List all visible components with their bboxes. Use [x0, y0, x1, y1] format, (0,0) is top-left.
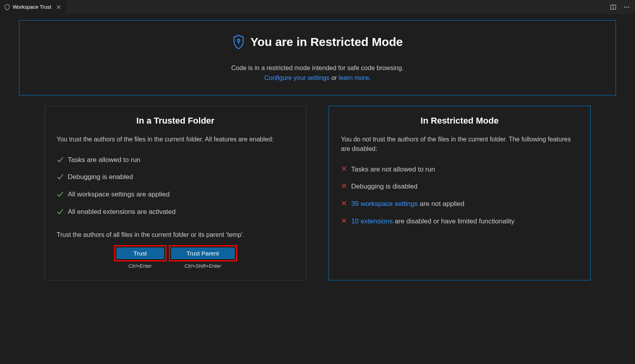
list-item: Debugging is enabled: [57, 168, 294, 186]
cross-icon: [341, 200, 347, 206]
list-item: Debugging is disabled: [341, 178, 578, 195]
close-icon[interactable]: [55, 4, 62, 11]
cross-icon: [341, 217, 347, 224]
check-icon: [57, 191, 64, 198]
svg-point-4: [624, 6, 625, 8]
trusted-card-title: In a Trusted Folder: [57, 116, 294, 126]
shield-lock-icon: [232, 35, 245, 49]
list-item: All workspace settings are applied: [57, 186, 294, 203]
configure-settings-link[interactable]: Configure your settings: [264, 74, 330, 81]
restricted-feature-list: Tasks are not allowed to run Debugging i…: [341, 161, 578, 230]
trust-parent-shortcut: Ctrl+Shift+Enter: [184, 263, 221, 269]
tab-label: Workspace Trust: [13, 4, 51, 10]
svg-point-5: [626, 6, 627, 8]
trusted-card-desc: You trust the authors of the files in th…: [57, 135, 294, 144]
trusted-feature-list: Tasks are allowed to run Debugging is en…: [57, 151, 294, 221]
cross-icon: [341, 183, 347, 189]
shield-icon: [4, 4, 10, 10]
trust-shortcut: Ctrl+Enter: [128, 263, 152, 269]
restricted-mode-banner: You are in Restricted Mode Code is in a …: [19, 20, 616, 95]
trust-instruction: Trust the authors of all files in the cu…: [57, 230, 294, 240]
trust-parent-button[interactable]: Trust Parent: [171, 248, 235, 259]
banner-title: You are in Restricted Mode: [251, 35, 403, 49]
restricted-mode-card: In Restricted Mode You do not trust the …: [329, 106, 591, 280]
list-item: 39 workspace settings are not applied: [341, 195, 578, 213]
split-editor-icon[interactable]: [609, 3, 618, 11]
svg-point-7: [237, 39, 240, 42]
highlight-box: Trust: [114, 245, 166, 261]
list-item: 10 extensions are disabled or have limit…: [341, 213, 578, 230]
list-item: All enabled extensions are activated: [57, 203, 294, 221]
check-icon: [57, 208, 64, 215]
list-item: Tasks are not allowed to run: [341, 161, 578, 178]
check-icon: [57, 156, 64, 163]
svg-point-6: [628, 6, 629, 8]
banner-description: Code is in a restricted mode intended fo…: [27, 63, 608, 83]
trusted-folder-card: In a Trusted Folder You trust the author…: [44, 106, 306, 280]
cross-icon: [341, 166, 347, 172]
more-actions-icon[interactable]: [622, 3, 631, 11]
check-icon: [57, 173, 64, 180]
list-item: Tasks are allowed to run: [57, 151, 294, 169]
extensions-link[interactable]: 10 extensions: [351, 217, 393, 225]
highlight-box: Trust Parent: [169, 245, 237, 261]
restricted-card-title: In Restricted Mode: [341, 116, 578, 126]
learn-more-link[interactable]: learn more: [339, 74, 369, 81]
trust-button[interactable]: Trust: [117, 248, 164, 259]
tab-bar: Workspace Trust: [0, 0, 635, 14]
restricted-card-desc: You do not trust the authors of the file…: [341, 135, 578, 154]
workspace-settings-link[interactable]: 39 workspace settings: [351, 200, 418, 208]
tab-workspace-trust[interactable]: Workspace Trust: [0, 0, 67, 14]
